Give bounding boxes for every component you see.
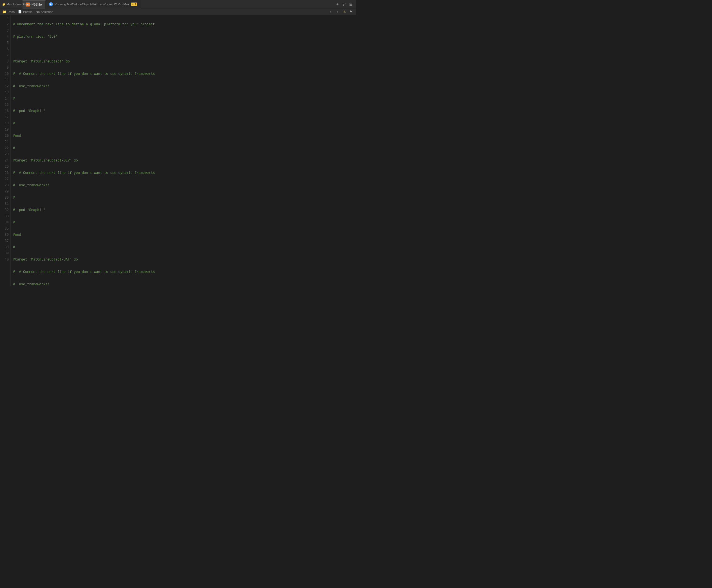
bc-no-selection: No Selection [36, 10, 53, 14]
line-6: # use_frameworks! [13, 83, 354, 89]
nav-back-button[interactable]: ‹ [40, 2, 45, 7]
breadcrumb-sep1: › [38, 2, 39, 6]
project-breadcrumb: 📁 MstOnLineObject-UAT [2, 2, 38, 6]
line-14: # use_frameworks! [13, 182, 354, 189]
line-15: # [13, 195, 354, 201]
line-7: # [13, 96, 354, 102]
bc-sep1: › [16, 10, 17, 14]
line-17: # [13, 219, 354, 226]
bc-sep2: › [34, 10, 35, 14]
project-icon: 📁 [2, 3, 6, 6]
warning-badge: ⚠ 1 [131, 2, 137, 6]
line-4: #target 'MstOnLineObject' do [13, 59, 354, 65]
line-19: # [13, 244, 354, 250]
line-12: #target 'MstOnLineObject-DEV' do [13, 158, 354, 164]
line-11: # [13, 145, 354, 151]
line-20: #target 'MstOnLineObject-UAT' do [13, 257, 354, 263]
line-3 [13, 46, 354, 52]
line-1: # Uncomment the next line to define a gl… [13, 21, 354, 27]
bc-folder-icon: 📁 [2, 10, 6, 14]
code-text[interactable]: # Uncomment the next line to define a gl… [11, 15, 356, 286]
line-8: # pod 'SnapKit' [13, 108, 354, 114]
add-tab-button[interactable]: + [335, 1, 340, 7]
line-16: # pod 'SnapKit' [13, 207, 354, 213]
running-tab-label: Running MstOnLineObject-UAT on iPhone 12… [55, 2, 129, 6]
line-2: # platform :ios, '9.0' [13, 34, 354, 40]
bc-nav-right-button[interactable]: › [335, 9, 340, 15]
swap-editor-button[interactable]: ⇄ [341, 1, 347, 7]
nav-forward-button[interactable]: › [45, 2, 50, 7]
code-editor: 12345 678910 1112131415 1617181920 21222… [0, 15, 356, 286]
line-21: # # Comment the next line if you don't w… [13, 269, 354, 275]
line-13: # # Comment the next line if you don't w… [13, 170, 354, 176]
bc-nav-left-button[interactable]: ‹ [328, 9, 334, 15]
line-numbers: 12345 678910 1112131415 1617181920 21222… [0, 15, 11, 286]
line-22: # use_frameworks! [13, 281, 354, 286]
bc-podfile[interactable]: Podfile [23, 10, 33, 14]
bc-warning-button[interactable]: ⚠ [341, 9, 347, 15]
line-9: # [13, 121, 354, 127]
line-5: # # Comment the next line if you don't w… [13, 71, 354, 77]
bc-pods[interactable]: Pods [7, 10, 15, 14]
bc-flag-button[interactable]: ⚑ [348, 9, 354, 15]
layout-button[interactable]: ⊞ [348, 1, 354, 7]
tab-running[interactable]: ▶ Running MstOnLineObject-UAT on iPhone … [46, 0, 141, 8]
bc-podfile-icon: 📄 [18, 10, 22, 14]
line-18: #end [13, 232, 354, 238]
line-10: #end [13, 133, 354, 139]
